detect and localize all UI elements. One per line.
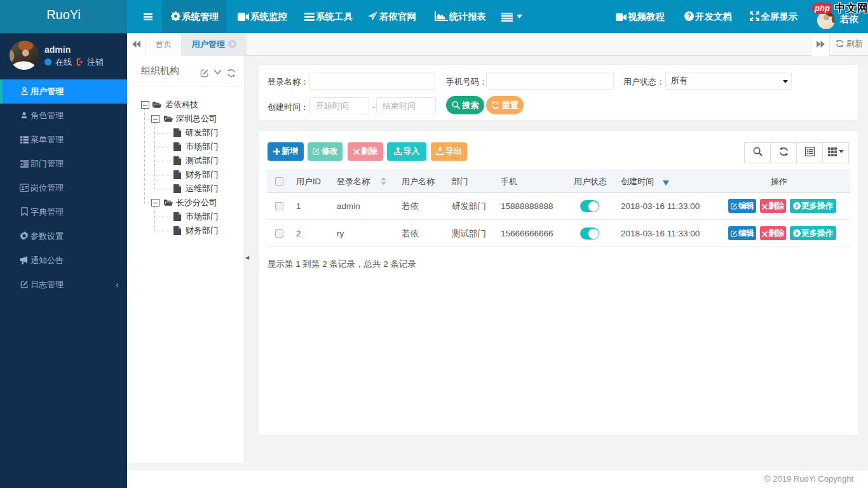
svg-text:?: ? [687,12,691,20]
